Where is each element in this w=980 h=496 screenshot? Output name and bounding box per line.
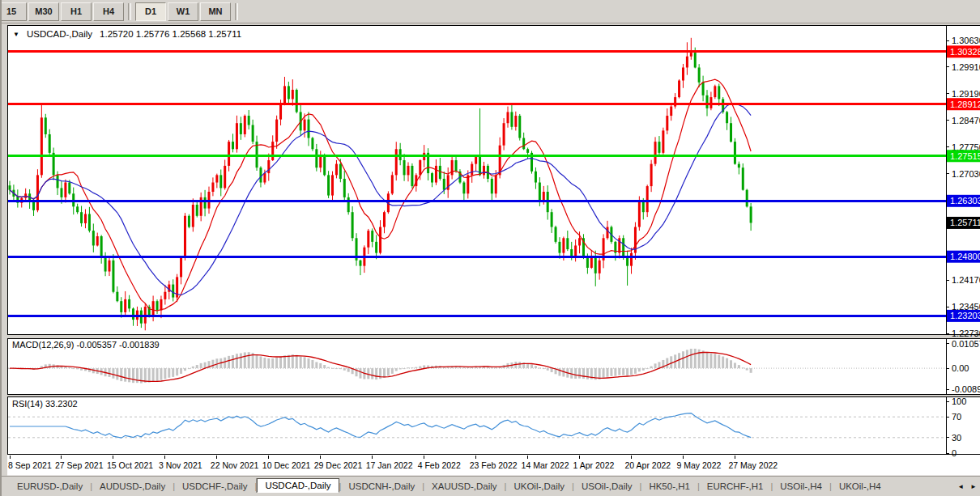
tab-ukoil-daily[interactable]: UKOil-,Daily xyxy=(506,480,572,493)
tab-usoil-h4[interactable]: USOil-,H4 xyxy=(773,480,829,493)
macd-histogram-bar xyxy=(742,367,744,368)
candle-body xyxy=(555,227,557,242)
candle-body xyxy=(367,231,369,248)
macd-histogram-bar xyxy=(160,368,162,380)
candle-body xyxy=(403,160,406,175)
candle-body xyxy=(232,142,234,149)
macd-histogram-bar xyxy=(68,367,70,368)
candle-body xyxy=(411,166,413,186)
tab-hk50-h1[interactable]: HK50-,H1 xyxy=(641,480,697,493)
candle-body xyxy=(709,97,712,108)
candle-body xyxy=(60,188,62,197)
macd-histogram-bar xyxy=(308,358,310,368)
candle-body xyxy=(36,175,39,210)
symbol-tabbar: EURUSD-,Daily|AUDUSD-,Daily|USDCHF-,Dail… xyxy=(2,476,980,496)
macd-histogram-bar xyxy=(132,368,134,383)
chart-symbol-label: USDCAD-,Daily xyxy=(27,29,92,39)
candle-body xyxy=(726,112,728,123)
candle-body xyxy=(323,155,326,175)
macd-histogram-bar xyxy=(578,368,581,379)
macd-histogram-bar xyxy=(495,367,497,368)
candle-body xyxy=(248,116,250,125)
macd-histogram-bar xyxy=(164,368,166,379)
candle-body xyxy=(112,261,114,292)
macd-histogram-bar xyxy=(327,367,330,368)
macd-histogram-bar xyxy=(738,365,740,368)
tab-usdcad-daily[interactable]: USDCAD-,Daily xyxy=(257,478,339,493)
tab-usoil-daily[interactable]: USOil-,Daily xyxy=(574,480,640,493)
macd-histogram-bar xyxy=(304,357,306,368)
macd-histogram-bar xyxy=(359,368,361,379)
candle-body xyxy=(359,261,361,266)
candle-body xyxy=(451,160,454,175)
macd-histogram-bar xyxy=(391,368,394,374)
macd-histogram-bar xyxy=(718,355,720,368)
date-label: 22 Nov 2021 xyxy=(211,460,259,470)
candle-body xyxy=(128,299,130,308)
macd-histogram-bar xyxy=(339,368,342,369)
candle-body xyxy=(152,301,155,316)
chart-ohlc-values: 1.25720 1.25776 1.25568 1.25711 xyxy=(100,29,241,39)
macd-histogram-bar xyxy=(383,368,386,378)
candle-body xyxy=(104,256,107,271)
macd-histogram-bar xyxy=(271,358,274,368)
rsi-axis-label: 0 xyxy=(952,448,957,458)
macd-histogram-bar xyxy=(734,362,736,368)
candle-body xyxy=(730,123,732,142)
tab-eurchf-h1[interactable]: EURCHF-,H1 xyxy=(700,480,771,493)
price-badge-label: 1.28912 xyxy=(950,100,980,109)
tab-eurusd-daily[interactable]: EURUSD-,Daily xyxy=(10,480,90,493)
tab-xauusd-daily[interactable]: XAUUSD-,Daily xyxy=(424,480,505,493)
candle-body xyxy=(443,179,445,190)
macd-histogram-bar xyxy=(574,368,577,379)
tab-scroll-left-icon[interactable]: ◄ xyxy=(957,483,964,490)
tab-scroll-right-icon[interactable]: ► xyxy=(970,483,977,490)
candle-body xyxy=(535,172,537,183)
candle-body xyxy=(184,216,186,256)
candle-body xyxy=(698,67,701,82)
candle-body xyxy=(514,116,517,127)
candle-body xyxy=(375,242,377,253)
candle-body xyxy=(750,206,752,223)
candle-body xyxy=(646,186,649,212)
candle-body xyxy=(539,183,541,201)
macd-histogram-bar xyxy=(211,360,214,368)
price-badge-label: 1.30328 xyxy=(950,47,980,57)
candle-body xyxy=(682,67,684,80)
macd-histogram-bar xyxy=(551,368,553,372)
candle-body xyxy=(343,179,346,197)
macd-histogram-bar xyxy=(399,368,402,369)
tab-audusd-daily[interactable]: AUDUSD-,Daily xyxy=(92,480,173,493)
macd-histogram-bar xyxy=(411,367,413,368)
chart-area[interactable]: 1.306301.299101.291901.284701.277501.270… xyxy=(2,0,980,496)
candle-body xyxy=(455,160,458,172)
macd-histogram-bar xyxy=(582,368,585,379)
candle-body xyxy=(288,86,290,99)
candle-body xyxy=(718,86,720,99)
candle-body xyxy=(566,238,569,249)
candle-body xyxy=(714,86,716,97)
tab-usdcnh-daily[interactable]: USDCNH-,Daily xyxy=(341,480,422,493)
tab-ukoil-h4[interactable]: UKOil-,H4 xyxy=(832,480,888,493)
tab-scroll-controls: ◄► xyxy=(957,483,977,490)
date-label: 20 Apr 2022 xyxy=(625,460,671,470)
macd-histogram-bar xyxy=(300,356,302,368)
macd-histogram-bar xyxy=(618,368,620,375)
macd-histogram-bar xyxy=(423,365,425,368)
macd-histogram-bar xyxy=(562,368,565,376)
date-label: 9 May 2022 xyxy=(676,460,721,470)
candle-body xyxy=(116,292,118,301)
macd-histogram-bar xyxy=(610,368,612,376)
date-label: 10 Dec 2021 xyxy=(262,460,311,470)
candle-body xyxy=(607,227,609,239)
candle-body xyxy=(228,142,230,166)
macd-histogram-bar xyxy=(642,368,645,371)
candle-body xyxy=(68,183,70,194)
candle-body xyxy=(275,120,278,142)
tab-usdchf-daily[interactable]: USDCHF-,Daily xyxy=(175,480,255,493)
symbol-dropdown-icon[interactable]: ▼ xyxy=(13,31,19,38)
macd-histogram-bar xyxy=(331,368,334,369)
candle-body xyxy=(507,112,509,123)
candle-body xyxy=(574,245,577,256)
macd-histogram-bar xyxy=(539,367,541,368)
